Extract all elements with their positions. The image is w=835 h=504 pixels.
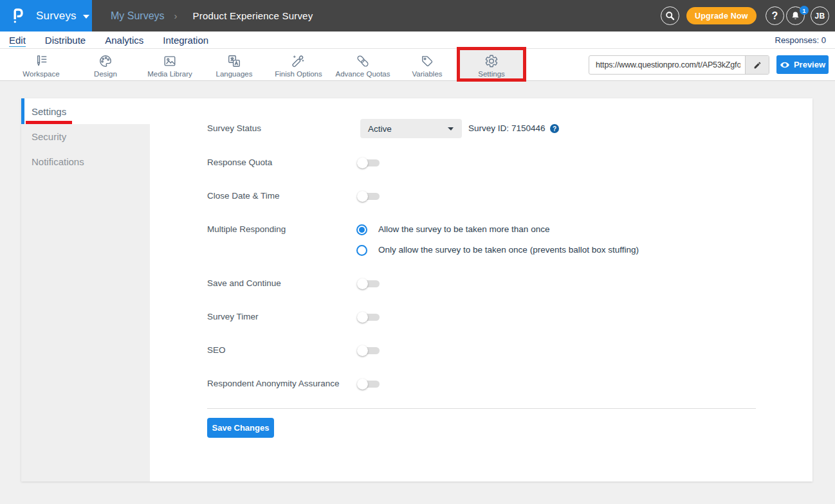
media-library-icon (163, 54, 177, 68)
finish-options-icon (291, 54, 306, 68)
toolbar-item-finish-options[interactable]: Finish Options (266, 50, 331, 80)
settings-sidebar (21, 124, 150, 482)
toolbar-item-advance-quotas[interactable]: Advance Quotas (331, 50, 395, 80)
toolbar-item-workspace[interactable]: Workspace (9, 50, 73, 80)
upgrade-now-button[interactable]: Upgrade Now (686, 7, 757, 24)
workspace-icon (34, 54, 48, 68)
radio-multiple-allow[interactable] (356, 224, 367, 235)
avatar-initials: JB (815, 12, 825, 21)
top-bar: Surveys My Surveys › Product Experience … (0, 0, 835, 32)
sidebar-item-notifications[interactable]: Notifications (21, 149, 150, 174)
close-date-time-toggle[interactable] (357, 191, 380, 202)
tab-edit[interactable]: Edit (9, 35, 26, 46)
app-switcher[interactable]: Surveys (0, 0, 92, 32)
respondent-anonymity-toggle[interactable] (357, 379, 380, 390)
multiple-responding-label: Multiple Responding (207, 224, 286, 235)
toolbar-item-settings[interactable]: Settings (459, 50, 524, 80)
breadcrumb: My Surveys › Product Experience Survey (111, 0, 313, 32)
edit-toolbar: Workspace Design Media Library Languages (0, 49, 835, 81)
breadcrumb-separator-icon: › (174, 10, 178, 21)
sidebar-item-settings[interactable]: Settings (21, 98, 150, 124)
seo-label: SEO (207, 345, 226, 356)
respondent-anonymity-label: Respondent Anonymity Assurance (207, 378, 340, 390)
settings-card: Settings Security Notifications Survey S… (21, 98, 812, 482)
edit-url-button[interactable] (745, 56, 769, 74)
pencil-icon (753, 61, 762, 69)
search-icon (665, 11, 675, 21)
breadcrumb-my-surveys[interactable]: My Surveys (111, 10, 165, 22)
variables-icon (420, 54, 434, 68)
tab-integration[interactable]: Integration (163, 35, 208, 46)
settings-gear-icon (484, 54, 499, 68)
app-switcher-caret-icon (83, 15, 89, 19)
question-mark-icon: ? (772, 10, 778, 22)
active-item-blue-bar (21, 98, 24, 124)
survey-timer-label: Survey Timer (207, 311, 259, 323)
survey-tabs-bar: Edit Distribute Analytics Integration Re… (0, 32, 835, 49)
survey-url-input[interactable] (589, 55, 769, 75)
eye-icon (780, 60, 790, 70)
radio-only-once[interactable] (356, 245, 367, 256)
languages-icon (227, 54, 241, 68)
response-quota-toggle[interactable] (357, 158, 380, 168)
select-caret-icon (448, 127, 454, 130)
tab-distribute[interactable]: Distribute (45, 35, 86, 46)
save-and-continue-label: Save and Continue (207, 278, 281, 289)
responses-count: Responses: 0 (775, 32, 827, 48)
toolbar-item-languages[interactable]: Languages (202, 50, 266, 80)
save-changes-button[interactable]: Save Changes (207, 418, 274, 438)
survey-id-value: 7150446 (511, 123, 546, 133)
questionpro-logo-icon (14, 8, 23, 23)
toolbar-item-variables[interactable]: Variables (395, 50, 459, 80)
survey-status-label: Survey Status (207, 123, 261, 134)
bell-icon (791, 11, 800, 21)
help-button[interactable]: ? (766, 6, 784, 25)
radio-only-once-label: Only allow the survey to be taken once (… (378, 244, 639, 256)
survey-id-label: Survey ID: (468, 123, 509, 133)
search-button[interactable] (661, 6, 679, 25)
advance-quotas-icon (356, 54, 370, 68)
preview-button[interactable]: Preview (776, 55, 829, 74)
survey-status-value: Active (368, 124, 392, 134)
toolbar-item-design[interactable]: Design (73, 50, 138, 80)
app-title: Surveys (36, 10, 77, 22)
survey-timer-toggle[interactable] (357, 312, 380, 323)
survey-status-select[interactable]: Active (360, 119, 462, 138)
radio-multiple-allow-label: Allow the survey to be taken more than o… (378, 224, 549, 235)
user-avatar[interactable]: JB (811, 6, 829, 25)
toolbar-item-media-library[interactable]: Media Library (138, 50, 202, 80)
sidebar-item-security[interactable]: Security (21, 124, 150, 149)
survey-id-help-icon[interactable]: ? (550, 124, 559, 133)
breadcrumb-survey-title: Product Experience Survey (193, 10, 313, 21)
form-divider (207, 408, 756, 409)
save-and-continue-toggle[interactable] (357, 278, 380, 289)
design-icon (98, 54, 113, 68)
notification-count-badge: 1 (800, 6, 809, 15)
seo-toggle[interactable] (357, 345, 380, 356)
notifications-button[interactable]: 1 (786, 6, 805, 25)
close-date-time-label: Close Date & Time (207, 190, 280, 202)
response-quota-label: Response Quota (207, 157, 272, 168)
tab-analytics[interactable]: Analytics (105, 35, 143, 46)
